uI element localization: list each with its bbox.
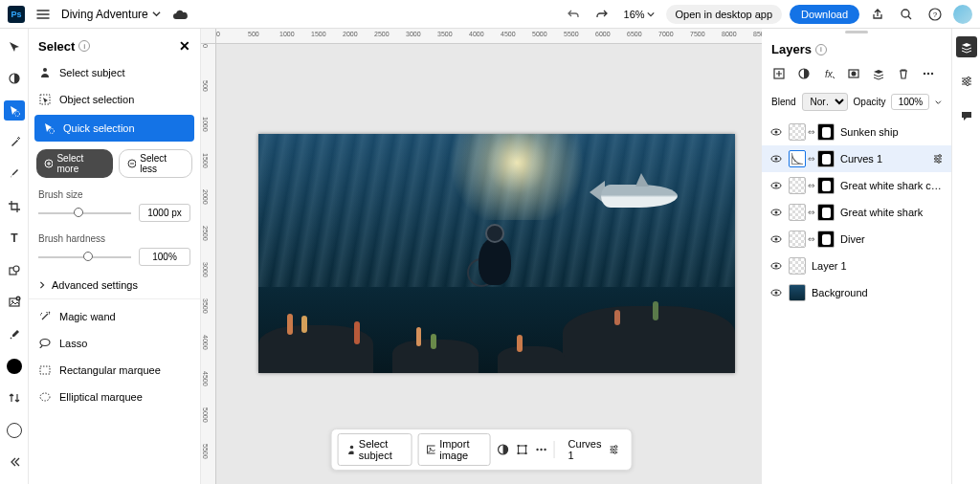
background-color[interactable]	[4, 420, 25, 440]
layer-row-curves-1[interactable]: ⇔ Curves 1	[762, 145, 951, 172]
quick-selection-tool[interactable]: Quick selection	[34, 115, 194, 142]
panel-grabber[interactable]	[845, 31, 868, 33]
layer-row-sunken-ship[interactable]: ⇔ Sunken ship	[762, 119, 951, 145]
swap-colors-tool[interactable]	[4, 388, 25, 408]
layer-name: Background	[812, 287, 944, 298]
ctb-layer-name[interactable]: Curves 1	[561, 434, 626, 465]
ctb-select-subject[interactable]: Select subject	[338, 433, 412, 466]
layer-row-layer-1[interactable]: Layer 1	[762, 253, 951, 279]
brush-tool[interactable]	[4, 165, 25, 185]
close-panel-icon[interactable]: ✕	[179, 38, 190, 54]
svg-point-50	[775, 185, 778, 187]
adjustment-tool[interactable]	[4, 68, 25, 88]
ctb-label: Select subject	[359, 438, 404, 461]
add-layer-icon[interactable]	[771, 66, 787, 81]
shapes-tool[interactable]	[4, 260, 25, 280]
ctb-adjustment-icon[interactable]	[496, 440, 509, 459]
visibility-icon[interactable]	[769, 259, 783, 273]
visibility-icon[interactable]	[769, 125, 783, 139]
person-icon	[38, 66, 52, 79]
top-bar: Ps Diving Adventure 16% Open in desktop …	[0, 0, 980, 29]
brush-size-input[interactable]: 1000 px	[139, 204, 190, 222]
zoom-level[interactable]: 16%	[620, 7, 658, 22]
brush-hardness-slider[interactable]	[38, 256, 131, 258]
help-icon[interactable]: ?	[924, 4, 946, 25]
canvas-image[interactable]	[258, 134, 735, 373]
add-adjustment-icon[interactable]	[796, 66, 812, 81]
document-title-text: Diving Adventure	[61, 8, 148, 21]
group-icon[interactable]	[871, 66, 886, 81]
download-button[interactable]: Download	[790, 5, 859, 24]
visibility-icon[interactable]	[769, 232, 783, 246]
advanced-settings-toggle[interactable]: Advanced settings	[29, 272, 200, 299]
select-subject-tool[interactable]: Select subject	[29, 59, 200, 86]
visibility-icon[interactable]	[769, 152, 783, 165]
chevron-down-icon[interactable]	[935, 99, 942, 106]
undo-button[interactable]	[563, 4, 584, 25]
more-icon[interactable]	[921, 66, 936, 81]
share-icon[interactable]	[867, 4, 888, 25]
cloud-status-icon[interactable]	[172, 9, 188, 20]
blend-mode-select[interactable]: Nor…	[802, 93, 848, 111]
search-icon[interactable]	[896, 4, 917, 25]
canvas-area[interactable]: 0500100015002000250030003500400045005000…	[201, 29, 762, 484]
info-icon[interactable]: i	[78, 40, 90, 52]
lasso-tool[interactable]: Lasso	[29, 330, 200, 357]
tool-label: Rectangular marquee	[59, 364, 161, 376]
select-more-chip[interactable]: Select more	[36, 149, 113, 178]
visibility-icon[interactable]	[769, 206, 783, 219]
ctb-import-image[interactable]: Import image	[418, 433, 490, 466]
document-title[interactable]: Diving Adventure	[61, 8, 161, 21]
layers-panel: Layers i fx Blend Nor… Opacity 100% ⇔ Su…	[762, 29, 951, 484]
app-logo: Ps	[8, 6, 25, 23]
ctb-transform-icon[interactable]	[516, 440, 529, 459]
select-less-chip[interactable]: Select less	[119, 149, 192, 178]
crop-tool[interactable]	[4, 196, 25, 216]
blend-label: Blend	[771, 97, 796, 107]
user-avatar[interactable]	[953, 5, 972, 24]
reef-graphic	[258, 297, 735, 373]
svg-rect-26	[518, 452, 520, 454]
brush-hardness-input[interactable]: 100%	[139, 248, 190, 266]
opacity-input[interactable]: 100%	[891, 94, 929, 110]
object-selection-tool[interactable]: Object selection	[29, 86, 200, 113]
ctb-more-icon[interactable]	[535, 440, 548, 459]
lasso-icon	[38, 337, 52, 350]
open-desktop-button[interactable]: Open in desktop app	[666, 5, 783, 24]
info-icon[interactable]: i	[815, 44, 827, 55]
healing-tool[interactable]	[4, 132, 25, 152]
fx-icon[interactable]: fx	[821, 66, 836, 81]
brush-size-slider[interactable]	[38, 212, 131, 214]
svg-rect-23	[519, 446, 526, 453]
layer-row-background[interactable]: Background	[762, 279, 951, 306]
mask-icon[interactable]	[846, 66, 861, 81]
move-tool[interactable]	[4, 36, 25, 56]
delete-icon[interactable]	[896, 66, 911, 81]
hamburger-menu-icon[interactable]	[33, 4, 54, 25]
collapse-toolbar-icon[interactable]	[4, 452, 25, 473]
svg-point-28	[537, 449, 539, 451]
type-tool[interactable]: T	[4, 229, 25, 249]
svg-text:?: ?	[933, 11, 938, 19]
rectangular-marquee-tool[interactable]: Rectangular marquee	[29, 357, 200, 384]
selection-tool[interactable]	[4, 100, 25, 121]
magic-wand-tool[interactable]: Magic wand	[29, 303, 200, 330]
layer-row-shark-copy[interactable]: ⇔ Great white shark co…	[762, 172, 951, 199]
visibility-icon[interactable]	[769, 179, 783, 192]
eyedropper-tool[interactable]	[4, 324, 25, 344]
foreground-color[interactable]	[4, 356, 25, 376]
layer-row-diver[interactable]: ⇔ Diver	[762, 226, 951, 253]
properties-tab-icon[interactable]	[956, 71, 977, 92]
visibility-icon[interactable]	[769, 286, 783, 299]
svg-point-41	[931, 73, 933, 75]
add-image-tool[interactable]	[4, 292, 25, 312]
chevron-down-icon	[152, 10, 161, 18]
elliptical-marquee-tool[interactable]: Elliptical marquee	[29, 384, 200, 410]
redo-button[interactable]	[591, 4, 612, 25]
svg-point-40	[927, 73, 929, 75]
svg-point-38	[852, 72, 857, 77]
layers-tab-icon[interactable]	[956, 36, 977, 57]
layer-row-shark[interactable]: ⇔ Great white shark	[762, 199, 951, 226]
layer-settings-icon[interactable]	[932, 153, 944, 165]
comments-tab-icon[interactable]	[956, 105, 977, 126]
